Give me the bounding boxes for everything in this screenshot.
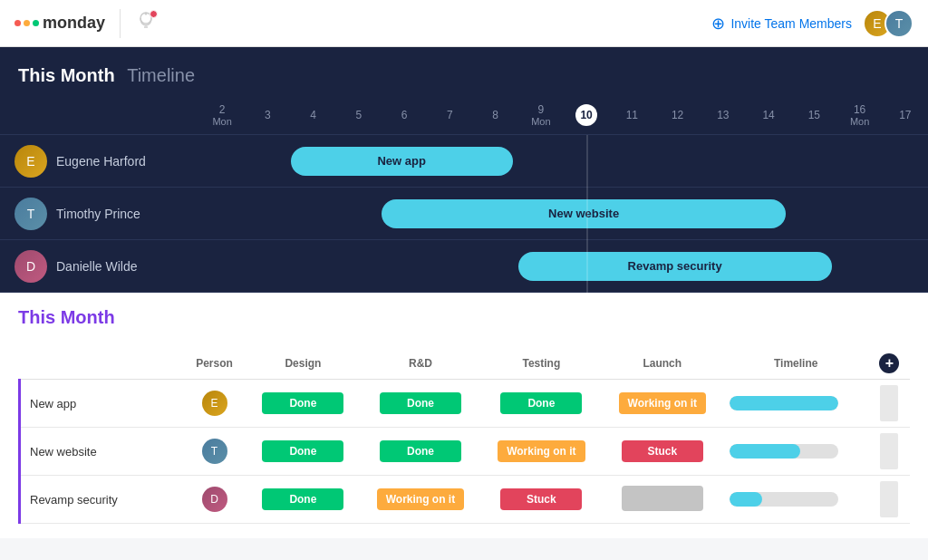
row-name-cell-2: Revamp security — [20, 476, 183, 524]
status-badge-rnd-1[interactable]: Done — [380, 440, 461, 462]
row-extra-cell-1 — [869, 428, 910, 476]
date-num: 11 — [626, 109, 638, 121]
row-timeline-cell-1 — [722, 428, 868, 476]
user-avatar-2[interactable]: T — [884, 9, 914, 38]
table-title: This Month — [18, 307, 115, 328]
empty-status-launch-2 — [622, 486, 703, 511]
gantt-row-0: EEugene HarfordNew app — [0, 135, 928, 188]
gantt-person-cell-0: EEugene Harford — [0, 145, 199, 178]
extra-col-1 — [880, 433, 898, 469]
date-num: 2 — [219, 103, 226, 116]
col-header-launch: Launch — [602, 348, 722, 380]
status-badge-rnd-2[interactable]: Working on it — [377, 488, 464, 510]
gantt-person-name-1: Timothy Prince — [56, 207, 140, 221]
date-col-6: 6 — [382, 95, 427, 134]
row-timeline-cell-2 — [722, 476, 868, 524]
date-num: 9 — [538, 103, 545, 116]
status-badge-design-1[interactable]: Done — [262, 440, 343, 462]
logo-wordmark: monday — [43, 14, 105, 33]
gantt-bar-1[interactable]: New website — [382, 199, 786, 228]
row-avatar-1: T — [202, 439, 227, 464]
timeline-header: This Month Timeline — [0, 58, 928, 95]
row-design-cell-0[interactable]: Done — [246, 380, 361, 428]
date-num: 16 — [854, 103, 865, 116]
row-launch-cell-2[interactable] — [602, 476, 722, 524]
notification-icon[interactable] — [135, 11, 157, 36]
date-col-16: 16Mon — [837, 95, 883, 134]
row-timeline-cell-0 — [722, 380, 868, 428]
date-num: 12 — [672, 109, 683, 121]
status-badge-launch-1[interactable]: Stuck — [622, 440, 703, 462]
mini-bar-0 — [730, 396, 838, 410]
status-badge-design-2[interactable]: Done — [262, 488, 343, 510]
add-column-button[interactable]: + — [879, 353, 899, 373]
col-header-add[interactable]: + — [869, 348, 910, 380]
row-design-cell-1[interactable]: Done — [246, 428, 361, 476]
row-rnd-cell-0[interactable]: Done — [360, 380, 480, 428]
row-design-cell-2[interactable]: Done — [246, 476, 361, 524]
gantt-person-name-2: Danielle Wilde — [56, 259, 137, 274]
date-num: 8 — [492, 109, 498, 121]
date-num: 15 — [808, 109, 820, 121]
status-badge-testing-0[interactable]: Done — [500, 392, 582, 414]
logo-dot-orange — [24, 20, 30, 26]
gantt-bars-area-0: New app — [199, 135, 928, 187]
mini-bar-2 — [730, 492, 838, 507]
date-col-13: 13 — [701, 95, 746, 134]
gantt-bars-area-1: New website — [199, 188, 928, 239]
date-col-8: 8 — [473, 95, 518, 134]
table-row-0: New appEDoneDoneDoneWorking on it — [20, 380, 911, 428]
gantt-rows: EEugene HarfordNew appTTimothy PrinceNew… — [0, 135, 928, 293]
row-name-0: New app — [30, 397, 76, 410]
date-col-7: 7 — [427, 95, 472, 134]
mini-bar-fill-0 — [730, 396, 838, 410]
gantt-bar-0[interactable]: New app — [291, 147, 513, 176]
row-launch-cell-1[interactable]: Stuck — [602, 428, 722, 476]
row-testing-cell-1[interactable]: Working on it — [481, 428, 602, 476]
app-header: monday ⊕ Invite Team Members E T — [0, 0, 928, 47]
today-line — [586, 135, 588, 293]
date-num: 5 — [356, 109, 362, 121]
date-num: 17 — [899, 109, 911, 121]
logo-dot-red — [14, 20, 21, 26]
status-badge-design-0[interactable]: Done — [262, 392, 343, 414]
date-col-10: 10 — [564, 95, 609, 134]
gantt-bar-2[interactable]: Revamp security — [518, 252, 832, 281]
row-avatar-0: E — [202, 391, 227, 416]
status-badge-testing-2[interactable]: Stuck — [500, 488, 582, 510]
user-avatars[interactable]: E T — [863, 9, 914, 38]
col-header-person: Person — [183, 348, 246, 380]
gantt-person-cell-1: TTimothy Prince — [0, 198, 199, 230]
date-num: 13 — [717, 109, 729, 121]
monday-logo[interactable]: monday — [14, 14, 105, 33]
main-table: Person Design R&D Testing Launch Timelin… — [18, 348, 910, 524]
row-testing-cell-2[interactable]: Stuck — [481, 476, 602, 524]
status-badge-launch-0[interactable]: Working on it — [619, 392, 706, 414]
table-section: This Month Person Design R&D Testing Lau… — [0, 293, 928, 538]
status-badge-rnd-0[interactable]: Done — [380, 392, 461, 414]
invite-team-button[interactable]: ⊕ Invite Team Members — [711, 14, 852, 34]
gantt-bars-area-2: Revamp security — [199, 240, 928, 292]
timeline-subtitle: Timeline — [127, 65, 195, 85]
col-header-design: Design — [246, 348, 361, 380]
header-divider — [120, 9, 121, 38]
status-badge-testing-1[interactable]: Working on it — [498, 440, 585, 462]
row-extra-cell-2 — [869, 476, 910, 524]
timeline-month: This Month — [18, 65, 115, 85]
col-header-timeline: Timeline — [722, 348, 868, 380]
row-testing-cell-0[interactable]: Done — [481, 380, 602, 428]
row-rnd-cell-1[interactable]: Done — [360, 428, 480, 476]
extra-col-0 — [880, 385, 898, 421]
row-launch-cell-0[interactable]: Working on it — [602, 380, 722, 428]
col-header-name — [20, 348, 183, 380]
date-num: 3 — [265, 109, 271, 121]
gantt-avatar-2: D — [14, 250, 47, 283]
gantt-avatar-1: T — [14, 198, 47, 230]
day-name: Mon — [531, 116, 550, 127]
row-person-cell-1: T — [183, 428, 246, 476]
invite-button-label: Invite Team Members — [730, 16, 852, 31]
day-name: Mon — [850, 116, 869, 127]
mini-bar-fill-2 — [730, 492, 762, 507]
row-rnd-cell-2[interactable]: Working on it — [360, 476, 480, 524]
mini-bar-1 — [730, 444, 838, 459]
